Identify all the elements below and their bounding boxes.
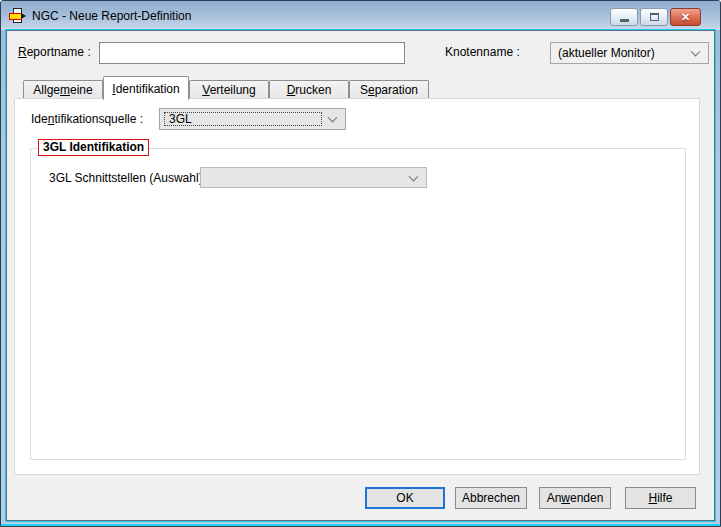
minimize-button[interactable] bbox=[610, 8, 638, 26]
close-icon: ✕ bbox=[681, 12, 690, 23]
tab-allgemeine[interactable]: Allgemeine bbox=[23, 80, 103, 98]
reportname-input[interactable] bbox=[99, 42, 405, 64]
maximize-icon bbox=[650, 13, 659, 21]
schnittstellen-select[interactable] bbox=[200, 167, 427, 188]
knotenname-label: Knotenname : bbox=[445, 45, 520, 59]
schnittstellen-label: 3GL Schnittstellen (Auswahl) : bbox=[49, 171, 209, 185]
hilfe-button[interactable]: Hilfe bbox=[625, 487, 696, 509]
minimize-icon bbox=[620, 19, 629, 22]
tab-verteilung[interactable]: Verteilung bbox=[189, 80, 269, 98]
tab-separation[interactable]: Separation bbox=[349, 80, 429, 98]
chevron-down-icon bbox=[409, 171, 419, 181]
ok-button[interactable]: OK bbox=[365, 487, 445, 509]
tab-page-identifikation: Identifikationsquelle : 3GL 3GL Identifi… bbox=[14, 98, 700, 475]
dialog-client-area: Reportname : Knotenname : (aktueller Mon… bbox=[6, 30, 715, 521]
abbrechen-button[interactable]: Abbrechen bbox=[455, 487, 527, 509]
dialog-window: NGC - Neue Report-Definition ✕ Reportnam… bbox=[0, 0, 721, 527]
knotenname-select[interactable]: (aktueller Monitor) bbox=[550, 42, 709, 64]
knotenname-selected-value: (aktueller Monitor) bbox=[558, 46, 655, 60]
window-title: NGC - Neue Report-Definition bbox=[32, 9, 191, 23]
anwenden-button[interactable]: Anwenden bbox=[539, 487, 611, 509]
caption-buttons: ✕ bbox=[610, 8, 701, 26]
app-icon bbox=[9, 8, 26, 24]
chevron-down-icon bbox=[691, 47, 701, 57]
app-icon-arrow bbox=[21, 13, 26, 19]
tab-strip: Allgemeine Identifikation Verteilung Dru… bbox=[23, 76, 429, 100]
tab-identifikation[interactable]: Identifikation bbox=[103, 76, 189, 100]
close-button[interactable]: ✕ bbox=[670, 8, 701, 26]
identifikationsquelle-selected-value: 3GL bbox=[169, 112, 192, 126]
identifikationsquelle-select[interactable]: 3GL bbox=[159, 108, 346, 130]
tab-drucken[interactable]: Drucken bbox=[269, 80, 349, 98]
maximize-button[interactable] bbox=[640, 8, 668, 26]
3gl-identifikation-group: 3GL Identifikation 3GL Schnittstellen (A… bbox=[30, 148, 686, 460]
reportname-label: Reportname : bbox=[18, 45, 91, 59]
chevron-down-icon bbox=[328, 113, 338, 123]
3gl-identifikation-group-title: 3GL Identifikation bbox=[38, 139, 149, 156]
title-bar[interactable]: NGC - Neue Report-Definition ✕ bbox=[1, 1, 720, 30]
identifikationsquelle-label: Identifikationsquelle : bbox=[31, 112, 143, 126]
